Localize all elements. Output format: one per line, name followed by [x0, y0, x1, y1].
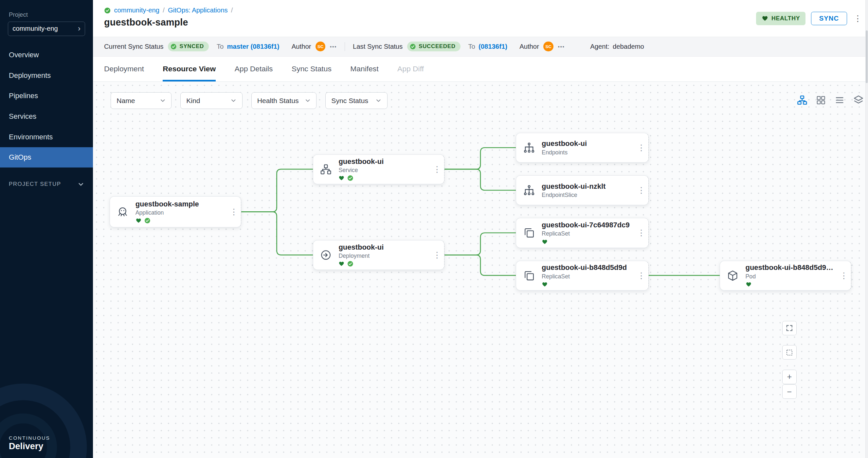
node-menu-icon[interactable]: ⋮ — [634, 186, 648, 194]
more-options-icon[interactable]: ••• — [330, 44, 337, 50]
brand-logo: CONTINUOUS Delivery — [9, 435, 50, 452]
project-setup-toggle[interactable]: PROJECT SETUP — [0, 181, 93, 188]
resource-node-endpointslice-eps[interactable]: guestbook-ui-nzkltEndpointSlice⋮ — [516, 175, 649, 205]
breadcrumb: community-eng / GitOps: Applications / — [104, 6, 868, 14]
zoom-out-button[interactable]: − — [782, 384, 797, 399]
node-body: guestbook-sampleApplication — [135, 200, 227, 224]
more-options-icon[interactable]: ••• — [558, 44, 565, 50]
tab-deployment[interactable]: Deployment — [104, 57, 144, 82]
tab-sync-status[interactable]: Sync Status — [291, 57, 332, 82]
node-menu-icon[interactable]: ⋮ — [226, 208, 241, 216]
breadcrumb-separator: / — [163, 6, 165, 14]
author-avatar[interactable]: SC — [543, 41, 553, 52]
to-label: To — [468, 43, 475, 51]
synced-check-icon — [347, 175, 353, 181]
resource-node-application-app[interactable]: guestbook-sampleApplication⋮ — [110, 196, 242, 227]
succeeded-pill-label: SUCCEEDED — [418, 43, 455, 50]
resource-node-service-svc[interactable]: guestbook-uiService⋮ — [313, 155, 445, 184]
endpoints-icon — [523, 142, 542, 154]
node-status-icons — [338, 260, 430, 267]
sidebar-item-environments[interactable]: Environments — [0, 127, 93, 147]
node-status-icons — [542, 281, 634, 288]
resource-node-endpoints-ep[interactable]: guestbook-uiEndpoints⋮ — [516, 133, 649, 163]
sync-button[interactable]: SYNC — [811, 12, 847, 26]
node-status-icons — [135, 217, 227, 224]
page-header: community-eng / GitOps: Applications / g… — [93, 0, 868, 37]
header-menu-icon[interactable]: ⋮ — [852, 14, 863, 23]
brand-delivery: Delivery — [9, 441, 50, 452]
chevron-down-icon — [160, 97, 166, 104]
node-body: guestbook-uiEndpoints — [542, 139, 634, 156]
node-menu-icon[interactable]: ⋮ — [837, 271, 851, 280]
synced-check-icon — [144, 218, 151, 224]
node-menu-icon[interactable]: ⋮ — [634, 143, 648, 152]
synced-status-pill: SYNCED — [168, 41, 209, 52]
scrollbar-thumb[interactable] — [866, 30, 868, 83]
breadcrumb-applications-link[interactable]: GitOps: Applications — [168, 6, 228, 14]
breadcrumb-project-link[interactable]: community-eng — [114, 6, 159, 14]
healthy-heart-icon — [762, 15, 768, 22]
node-status-icons — [338, 175, 430, 181]
sync-status-bar: Current Sync Status SYNCED To master (08… — [93, 37, 868, 57]
selection-zoom-button[interactable] — [782, 345, 797, 360]
resource-node-replicaset-rs1[interactable]: guestbook-ui-7c64987dc9ReplicaSet⋮ — [516, 218, 649, 248]
resource-node-replicaset-rs2[interactable]: guestbook-ui-b848d5d9dReplicaSet⋮ — [516, 261, 649, 291]
edge-service-endpoints — [444, 148, 516, 169]
view-toggles — [796, 94, 868, 106]
edge-app-service — [241, 169, 313, 212]
resource-graph: guestbook-sampleApplication⋮guestbook-ui… — [93, 82, 868, 458]
tab-manifest[interactable]: Manifest — [350, 57, 378, 82]
resource-node-deployment-deploy[interactable]: guestbook-uiDeployment⋮ — [313, 240, 445, 270]
filter-label: Health Status — [257, 97, 299, 105]
sidebar-item-deployments[interactable]: Deployments — [0, 65, 93, 86]
target-revision-link[interactable]: master (08136f1) — [227, 43, 279, 51]
filter-label: Sync Status — [331, 97, 368, 105]
node-kind: Pod — [746, 273, 837, 280]
application-icon — [117, 206, 135, 218]
replicaset-icon — [523, 227, 542, 239]
edge-deployment-replicaset2 — [444, 255, 516, 276]
tab-resource-view[interactable]: Resource View — [163, 57, 216, 82]
sidebar-item-gitops[interactable]: GitOps — [0, 147, 93, 168]
project-setup-label: PROJECT SETUP — [9, 181, 61, 188]
grid-view-button[interactable] — [815, 94, 827, 106]
healthy-heart-icon — [338, 175, 345, 181]
project-selector[interactable]: community-eng › — [8, 22, 86, 36]
author-avatar[interactable]: SC — [315, 41, 326, 52]
filter-label: Name — [117, 97, 135, 105]
tab-app-details[interactable]: App Details — [235, 57, 273, 82]
tab-app-diff[interactable]: App Diff — [397, 57, 424, 82]
fullscreen-button[interactable] — [782, 321, 797, 335]
resource-canvas[interactable]: NameKindHealth StatusSync Status — [93, 82, 868, 458]
filter-sync-status[interactable]: Sync Status — [326, 92, 387, 109]
gitops-application-page: Project community-eng › OverviewDeployme… — [0, 0, 868, 458]
page-title: guestbook-sample — [104, 17, 868, 28]
node-title: guestbook-ui — [338, 243, 430, 252]
sidebar-item-pipelines[interactable]: Pipelines — [0, 86, 93, 106]
node-title: guestbook-ui — [338, 157, 430, 166]
agent-value: debademo — [613, 43, 644, 51]
node-menu-icon[interactable]: ⋮ — [430, 251, 444, 259]
last-sync-revision-link[interactable]: (08136f1) — [478, 43, 507, 51]
synced-check-icon — [347, 261, 353, 267]
page-scrollbar[interactable] — [865, 0, 868, 458]
zoom-in-button[interactable]: + — [782, 370, 797, 384]
node-body: guestbook-ui-7c64987dc9ReplicaSet — [542, 221, 634, 245]
node-menu-icon[interactable]: ⋮ — [430, 165, 444, 173]
group-view-button[interactable] — [852, 94, 865, 106]
node-menu-icon[interactable]: ⋮ — [634, 229, 648, 237]
divider — [345, 42, 345, 51]
filter-kind[interactable]: Kind — [180, 92, 242, 109]
sidebar-item-services[interactable]: Services — [0, 106, 93, 127]
sidebar-item-overview[interactable]: Overview — [0, 45, 93, 65]
tree-view-button[interactable] — [796, 94, 808, 106]
chevron-down-icon — [78, 181, 84, 188]
filter-health-status[interactable]: Health Status — [251, 92, 317, 109]
list-view-button[interactable] — [834, 94, 846, 106]
filter-name[interactable]: Name — [111, 92, 172, 109]
node-title: guestbook-ui-nzklt — [542, 182, 634, 191]
resource-node-pod-pod[interactable]: guestbook-ui-b848d5d9…Pod⋮ — [720, 261, 851, 291]
edge-deployment-replicaset1 — [444, 233, 516, 255]
sidebar-nav: OverviewDeploymentsPipelinesServicesEnvi… — [0, 45, 93, 167]
node-menu-icon[interactable]: ⋮ — [634, 271, 648, 280]
